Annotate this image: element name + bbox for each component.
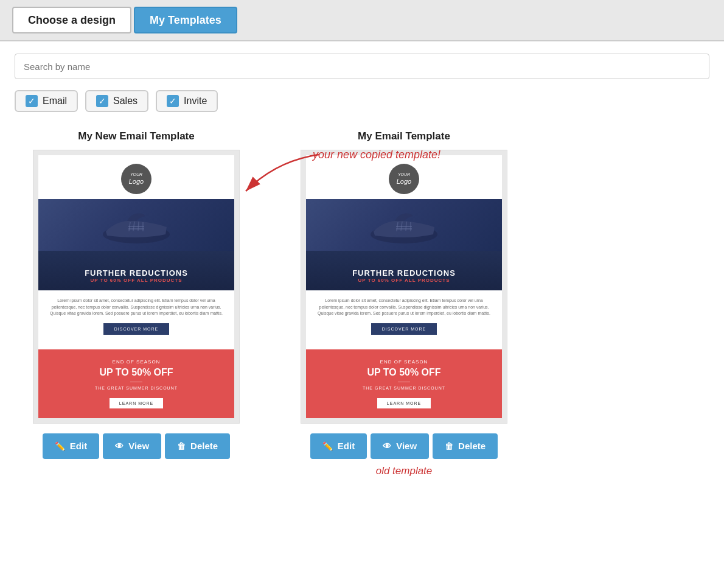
view-label-old: View bbox=[396, 441, 417, 451]
invite-checkbox: ✓ bbox=[167, 95, 179, 107]
filter-row: ✓ Email ✓ Sales ✓ Invite bbox=[15, 90, 709, 112]
shoe-image-old bbox=[306, 199, 502, 251]
header-tabs: Choose a design My Templates bbox=[0, 0, 724, 41]
logo-area-old: YOUR Logo bbox=[306, 155, 502, 199]
filter-sales[interactable]: ✓ Sales bbox=[85, 90, 148, 112]
shoe-banner-new: FURTHER REDUCTIONS UP TO 60% OFF ALL PRO… bbox=[38, 199, 234, 290]
text-body-old: Lorem ipsum dolor sit amet, consectetur … bbox=[306, 290, 502, 349]
search-input[interactable] bbox=[15, 54, 709, 79]
red-section-old: END OF SEASON UP TO 50% OFF THE GREAT SU… bbox=[306, 349, 502, 418]
filter-sales-label: Sales bbox=[113, 96, 137, 107]
edit-icon-old: ✏️ bbox=[322, 441, 333, 451]
template-preview-old: YOUR Logo bbox=[301, 150, 507, 424]
filter-email[interactable]: ✓ Email bbox=[15, 90, 78, 112]
template-preview-new: YOUR Logo bbox=[33, 150, 240, 424]
template-card-old: My Email Template YOUR Logo bbox=[282, 130, 526, 477]
annotation-text: your new copied template! bbox=[313, 149, 440, 161]
up-to-50-old: UP TO 50% OFF bbox=[316, 367, 492, 378]
edit-button-new[interactable]: ✏️ Edit bbox=[43, 433, 99, 459]
view-icon-old: 👁 bbox=[383, 441, 391, 451]
tab-my-templates[interactable]: My Templates bbox=[134, 7, 237, 33]
old-template-label: old template bbox=[376, 465, 433, 477]
edit-label-new: Edit bbox=[70, 441, 87, 451]
view-button-old[interactable]: 👁 View bbox=[371, 433, 429, 459]
template-title-old: My Email Template bbox=[358, 130, 450, 142]
filter-invite-label: Invite bbox=[184, 96, 207, 107]
view-button-new[interactable]: 👁 View bbox=[103, 433, 161, 459]
logo-old: YOUR Logo bbox=[389, 164, 419, 194]
delete-icon-new: 🗑 bbox=[177, 441, 186, 451]
edit-button-old[interactable]: ✏️ Edit bbox=[310, 433, 367, 459]
great-summer-new: THE GREAT SUMMER DISCOUNT bbox=[48, 386, 225, 390]
shoe-svg-old bbox=[367, 204, 440, 247]
template-title-new: My New Email Template bbox=[78, 130, 194, 142]
logo-bottom-old: Logo bbox=[397, 178, 411, 186]
edit-icon-new: ✏️ bbox=[55, 441, 65, 451]
delete-button-old[interactable]: 🗑 Delete bbox=[433, 433, 498, 459]
delete-button-new[interactable]: 🗑 Delete bbox=[165, 433, 230, 459]
lorem-old: Lorem ipsum dolor sit amet, consectetur … bbox=[316, 298, 492, 317]
delete-label-new: Delete bbox=[190, 441, 218, 451]
edit-label-old: Edit bbox=[338, 441, 355, 451]
delete-icon-old: 🗑 bbox=[445, 441, 453, 451]
filter-invite[interactable]: ✓ Invite bbox=[156, 90, 218, 112]
divider-new bbox=[130, 382, 142, 382]
logo-top-new: YOUR bbox=[130, 172, 142, 177]
email-checkbox: ✓ bbox=[26, 95, 38, 107]
up-to-60-new: UP TO 60% OFF ALL PRODUCTS bbox=[90, 278, 182, 283]
text-body-new: Lorem ipsum dolor sit amet, consectetur … bbox=[38, 290, 234, 349]
shoe-svg-new bbox=[100, 204, 173, 247]
shoe-image-new bbox=[38, 199, 234, 251]
up-to-50-new: UP TO 50% OFF bbox=[48, 367, 225, 378]
end-of-season-new: END OF SEASON bbox=[48, 359, 225, 365]
discover-more-btn-new[interactable]: DISCOVER MORE bbox=[103, 323, 170, 335]
lorem-new: Lorem ipsum dolor sit amet, consectetur … bbox=[48, 298, 225, 317]
red-section-new: END OF SEASON UP TO 50% OFF THE GREAT SU… bbox=[38, 349, 234, 418]
sales-checkbox: ✓ bbox=[96, 95, 108, 107]
learn-more-btn-new[interactable]: LEARN MORE bbox=[110, 398, 163, 408]
great-summer-old: THE GREAT SUMMER DISCOUNT bbox=[316, 386, 492, 390]
logo-area-new: YOUR Logo bbox=[38, 155, 234, 199]
delete-label-old: Delete bbox=[458, 441, 486, 451]
logo-top-old: YOUR bbox=[398, 172, 410, 177]
main-content: ✓ Email ✓ Sales ✓ Invite your new copied… bbox=[0, 41, 724, 588]
further-reductions-new: FURTHER REDUCTIONS bbox=[85, 268, 188, 278]
templates-section: your new copied template! My New Email T… bbox=[15, 130, 709, 477]
discover-more-btn-old[interactable]: DISCOVER MORE bbox=[371, 323, 437, 335]
view-label-new: View bbox=[128, 441, 149, 451]
filter-email-label: Email bbox=[43, 96, 67, 107]
further-reductions-old: FURTHER REDUCTIONS bbox=[352, 268, 456, 278]
logo-bottom-new: Logo bbox=[129, 178, 144, 186]
tab-choose-design[interactable]: Choose a design bbox=[12, 7, 131, 33]
end-of-season-old: END OF SEASON bbox=[316, 359, 492, 365]
learn-more-btn-old[interactable]: LEARN MORE bbox=[377, 398, 431, 408]
view-icon-new: 👁 bbox=[115, 441, 124, 451]
action-buttons-old: ✏️ Edit 👁 View 🗑 Delete bbox=[310, 433, 498, 459]
shoe-banner-old: FURTHER REDUCTIONS UP TO 60% OFF ALL PRO… bbox=[306, 199, 502, 290]
up-to-60-old: UP TO 60% OFF ALL PRODUCTS bbox=[358, 278, 450, 283]
logo-new: YOUR Logo bbox=[121, 164, 151, 194]
divider-old bbox=[398, 382, 410, 382]
template-card-new: My New Email Template YOUR Logo bbox=[15, 130, 258, 477]
action-buttons-new: ✏️ Edit 👁 View 🗑 Delete bbox=[43, 433, 230, 459]
templates-grid: My New Email Template YOUR Logo bbox=[15, 130, 709, 477]
